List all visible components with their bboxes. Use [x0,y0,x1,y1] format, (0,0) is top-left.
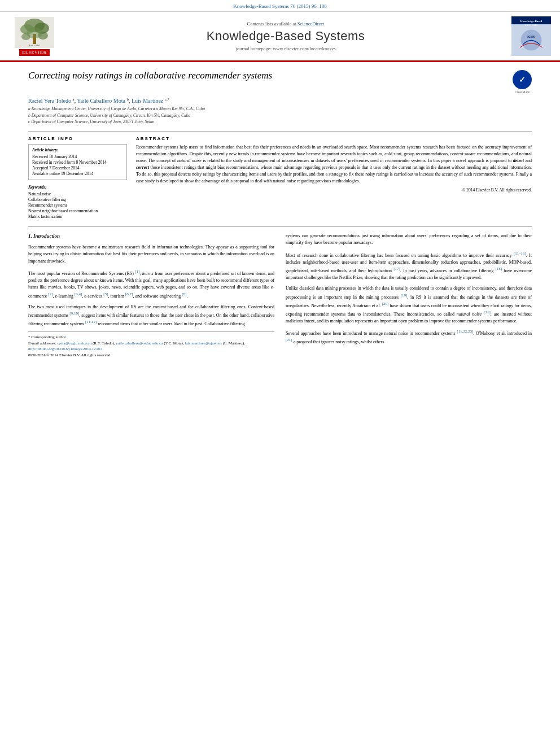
ref-20[interactable]: [20] [382,302,389,306]
sciencedirect-link[interactable]: ScienceDirect [298,21,325,27]
ref-21[interactable]: [21] [484,310,491,314]
ref-2[interactable]: [2] [48,292,53,296]
footnote-area: * Corresponding author. E-mail addresses… [28,331,274,358]
ref-17[interactable]: [17] [393,267,400,271]
email-luis[interactable]: luis.martinez@ujaen.es [185,341,222,346]
body-divider [28,226,532,227]
kbs-journal-logo: Knowledge-Based SYSTEMS KBS [511,16,551,56]
affiliations: a Knowledge Management Center, Universit… [28,106,532,125]
doi-link: http://dx.doi.org/10.1016/j.knosys.2014.… [28,346,274,352]
body-columns: 1. Introduction Recommender systems have… [28,233,532,358]
elsevier-tree-icon: Est. 1880 [15,17,54,48]
keyword-4: Nearest neighbor-based recommendation [28,208,127,213]
svg-text:SYSTEMS: SYSTEMS [525,24,538,27]
svg-text:KBS: KBS [527,34,535,39]
authors-line: Raciel Yera Toledo a, Yailé Caballero Mo… [28,97,532,104]
ref-11-22-23[interactable]: [11,22,23] [457,329,473,334]
svg-point-7 [27,27,42,38]
intro-para-3: The two most used techniques in the deve… [28,304,274,327]
author-caballero[interactable]: Yailé Caballero Mota [77,98,125,104]
right-para-2: Most of research done in collaborative f… [286,251,532,282]
email-ryera[interactable]: ryera@cegic.unica.cu [57,341,91,346]
ref-1[interactable]: [1] [135,269,139,274]
abstract-column: ABSTRACT Recommender systems help users … [136,136,532,220]
ref-6-7[interactable]: [6,7] [125,292,133,296]
journal-reference: Knowledge-Based Systems 76 (2015) 96–108 [233,3,326,9]
ref-5[interactable]: [5] [103,292,108,296]
author-martinez[interactable]: Luis Martínez [132,98,163,104]
body-column-right: systems can generate recommendations jus… [286,233,532,358]
affiliation-c: c Department of Computer Science, Univer… [28,119,532,125]
crossmark-icon: ✓ [513,70,532,89]
crossmark-label: CrossMark [515,90,530,94]
intro-section-number: 1. [28,233,32,239]
article-history-box: Article history: Received 10 January 201… [28,144,127,180]
ref-9-10[interactable]: [9,10] [69,311,79,316]
elsevier-badge-text: ELSEVIER [19,49,49,56]
ref-18[interactable]: [18] [495,267,502,271]
journal-center-info: Contents lists available at ScienceDirec… [65,21,506,51]
header-divider [28,131,532,132]
body-column-left: 1. Introduction Recommender systems have… [28,233,274,358]
article-info-abstract-row: ARTICLE INFO Article history: Received 1… [28,136,532,220]
abstract-text: Recommender systems help users to find i… [136,144,532,185]
available-date: Available online 19 December 2014 [32,171,123,176]
homepage-line: journal homepage: www.elsevier.com/locat… [65,46,506,51]
top-bar: Knowledge-Based Systems 76 (2015) 96–108 [0,0,560,12]
footnote-corresponding: * Corresponding author. [28,334,274,340]
right-para-1: systems can generate recommendations jus… [286,233,532,247]
author-yera[interactable]: Raciel Yera Toledo [28,98,71,104]
article-info-column: ARTICLE INFO Article history: Received 1… [28,136,127,220]
sciencedirect-line: Contents lists available at ScienceDirec… [65,21,506,27]
doi-anchor[interactable]: http://dx.doi.org/10.1016/j.knosys.2014.… [28,347,103,351]
affiliation-b: b Department of Computer Science, Univer… [28,113,532,119]
email-yaile[interactable]: yaile.caballero@reduc.edu.cu [116,341,163,346]
ref-3-4[interactable]: [3,4] [75,292,82,296]
intro-para-1: Recommender systems have become a mainst… [28,244,274,265]
journal-title: Knowledge-Based Systems [65,29,506,43]
crossmark-widget[interactable]: ✓ CrossMark [513,70,532,94]
intro-section-title: 1. Introduction [28,233,274,241]
paper-title: Correcting noisy ratings in collaborativ… [28,70,507,81]
svg-text:Est. 1880: Est. 1880 [29,44,40,47]
keywords-box: Keywords: Natural noise Collaborative fi… [28,185,127,219]
keyword-3: Recommender systems [28,203,127,208]
article-history-title: Article history: [32,147,123,152]
copyright-notice: © 2014 Elsevier B.V. All rights reserved… [136,187,532,193]
accepted-date: Accepted 7 December 2014 [32,165,123,171]
ref-8[interactable]: [8] [182,292,186,296]
affiliation-a: a Knowledge Management Center, Universit… [28,106,532,112]
article-info-heading: ARTICLE INFO [28,136,127,141]
right-para-4: Several approaches have been introduced … [286,329,532,346]
elsevier-logo: Est. 1880 ELSEVIER [9,17,60,56]
received-date: Received 10 January 2014 [32,154,123,159]
issn-notice: 0950-7051/© 2014 Elsevier B.V. All right… [28,352,274,359]
keyword-5: Matrix factorization [28,214,127,219]
keyword-2: Collaborative filtering [28,197,127,202]
revised-date: Received in revised form 8 November 2014 [32,160,123,165]
ref-21b[interactable]: [21] [286,338,292,342]
article-area: Correcting noisy ratings in collaborativ… [0,62,560,366]
svg-text:Knowledge-Based: Knowledge-Based [520,20,542,23]
kbs-logo-icon: Knowledge-Based SYSTEMS KBS [511,16,551,56]
right-para-3: Unlike classical data mining processes i… [286,285,532,325]
footnote-emails: E-mail addresses: ryera@cegic.unica.cu (… [28,340,274,347]
keywords-title: Keywords: [28,185,127,190]
ref-11-12[interactable]: [11,12] [85,320,97,324]
keyword-1: Natural noise [28,191,127,196]
intro-para-2: The most popular version of Recommender … [28,269,274,300]
abstract-heading: ABSTRACT [136,136,532,141]
journal-header: Est. 1880 ELSEVIER Contents lists availa… [0,12,560,62]
ref-11-16[interactable]: [11–16] [514,251,526,256]
ref-19[interactable]: [19] [401,293,408,298]
paper-title-section: Correcting noisy ratings in collaborativ… [28,70,532,94]
